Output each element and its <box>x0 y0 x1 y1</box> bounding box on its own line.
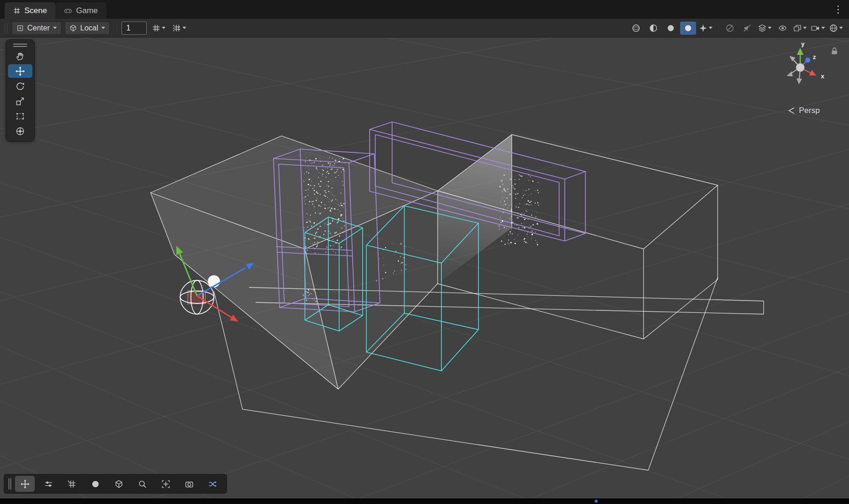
camera-overlay-icon <box>185 480 194 489</box>
grid-axis-icon <box>152 24 160 32</box>
toggle-scene-fx[interactable] <box>739 22 755 35</box>
local-cube-icon <box>69 24 77 32</box>
pivot-mode-label: Center <box>27 24 50 32</box>
scene-fx-muted-icon <box>743 24 751 32</box>
status-bar <box>0 498 849 504</box>
transform-icon <box>15 127 25 136</box>
unity-editor-window: Scene Game ⋮ Center Local <box>0 0 849 504</box>
axis-gizmo-graphic[interactable]: y z x <box>766 40 837 97</box>
tab-scene[interactable]: Scene <box>5 2 55 19</box>
toggle-unlit-sphere[interactable] <box>663 22 679 35</box>
overlay-toolbar <box>4 474 227 494</box>
axis-overlay-button[interactable] <box>38 476 58 492</box>
overlay-toolbar-handle[interactable] <box>8 478 11 489</box>
handle-orientation-dropdown[interactable]: Local <box>65 22 110 35</box>
center-overlay-icon <box>161 480 170 489</box>
scene-toolbar: Center Local <box>0 19 849 38</box>
hand-icon <box>15 52 25 61</box>
sphere-overlay-icon <box>91 480 100 489</box>
shaded-sphere-icon <box>632 24 640 32</box>
move-overlay-button[interactable] <box>15 476 35 492</box>
chevron-down-icon <box>803 27 807 29</box>
grid-size-input[interactable] <box>121 22 147 35</box>
progress-indicator-dot <box>595 500 598 503</box>
lit-sphere-icon <box>684 24 692 32</box>
search-overlay-icon <box>138 480 147 489</box>
toggle-effects[interactable] <box>697 22 714 35</box>
scene-visibility-eye-icon <box>778 24 787 32</box>
rotate-icon <box>15 82 25 91</box>
tab-scene-label: Scene <box>24 6 47 15</box>
search-overlay-button[interactable] <box>132 476 152 492</box>
transform-tool[interactable] <box>8 124 32 138</box>
sphere-overlay-button[interactable] <box>85 476 105 492</box>
world-settings-dropdown[interactable] <box>828 22 844 35</box>
move-tool[interactable] <box>8 64 32 78</box>
unlit-sphere-icon <box>667 24 675 32</box>
scene-audio-muted-icon <box>726 24 734 32</box>
world-globe-icon <box>829 24 838 32</box>
rect-tool[interactable] <box>8 109 32 123</box>
overlay-stack-icon <box>793 24 802 32</box>
rotate-tool[interactable] <box>8 79 32 93</box>
scene-visibility-button[interactable] <box>774 22 790 35</box>
grid-axis-button[interactable] <box>150 22 167 35</box>
chevron-down-icon <box>821 27 825 29</box>
view-hand-tool[interactable] <box>8 49 32 63</box>
move-overlay-icon <box>21 480 30 489</box>
axis-label-z: z <box>813 53 816 60</box>
chevron-down-icon <box>162 27 166 29</box>
wireframe-box-right[interactable] <box>438 135 718 339</box>
toggle-shaded-sphere[interactable] <box>628 22 644 35</box>
pivot-mode-dropdown[interactable]: Center <box>12 22 61 35</box>
tool-palette <box>6 39 35 142</box>
cube-overlay-button[interactable] <box>109 476 129 492</box>
overlay-stack-dropdown[interactable] <box>792 22 808 35</box>
gamepad-icon <box>64 7 72 15</box>
chevron-down-icon <box>101 27 105 29</box>
pivot-center-icon <box>16 24 24 32</box>
lock-icon[interactable] <box>830 47 839 55</box>
tab-bar: Scene Game ⋮ <box>0 0 849 19</box>
scene-viewport[interactable]: y z x Persp <box>0 38 849 498</box>
axis-overlay-icon <box>44 480 53 489</box>
toggle-wireframe-sphere[interactable] <box>645 22 661 35</box>
grid-overlay-icon <box>68 480 76 489</box>
toggle-lit-sphere[interactable] <box>680 22 696 35</box>
grid-icon <box>13 7 21 15</box>
layers-icon <box>758 24 766 32</box>
chevron-down-icon <box>839 27 843 29</box>
grid-snap-button[interactable] <box>171 22 188 35</box>
camera-overlay-button[interactable] <box>179 476 199 492</box>
tab-game-label: Game <box>76 6 98 15</box>
chevron-down-icon <box>709 27 713 29</box>
toolbar-separator <box>718 23 718 34</box>
projection-toggle[interactable]: Persp <box>766 106 841 115</box>
orientation-gizmo[interactable]: y z x Persp <box>766 40 841 125</box>
shaded-wireframe-sphere-icon <box>649 24 658 32</box>
axis-center-ball[interactable] <box>796 63 804 72</box>
handle-orientation-label: Local <box>80 24 98 32</box>
axis-label-y: y <box>801 40 805 47</box>
shuffle-overlay-icon <box>208 480 217 489</box>
shuffle-overlay-button[interactable] <box>203 476 222 492</box>
grid-overlay-button[interactable] <box>62 476 82 492</box>
chevron-down-icon <box>53 27 57 29</box>
effects-sparkle-icon <box>699 24 707 32</box>
toggle-scene-audio[interactable] <box>722 22 738 35</box>
tab-game[interactable]: Game <box>55 2 106 19</box>
cube-overlay-icon <box>114 480 123 489</box>
move-icon <box>15 67 25 76</box>
toolbar-separator <box>115 23 116 34</box>
scene-view-toggles <box>628 22 844 35</box>
kebab-menu-icon[interactable]: ⋮ <box>833 3 843 16</box>
toolbar-grip[interactable] <box>5 23 8 33</box>
center-overlay-button[interactable] <box>156 476 175 492</box>
chevron-down-icon <box>182 27 186 29</box>
palette-drag-handle[interactable] <box>13 42 27 48</box>
layers-dropdown[interactable] <box>757 22 773 35</box>
scene-render <box>0 38 849 498</box>
wireframe-box-left[interactable] <box>151 136 438 389</box>
camera-dropdown[interactable] <box>810 22 826 35</box>
scale-tool[interactable] <box>8 94 32 108</box>
